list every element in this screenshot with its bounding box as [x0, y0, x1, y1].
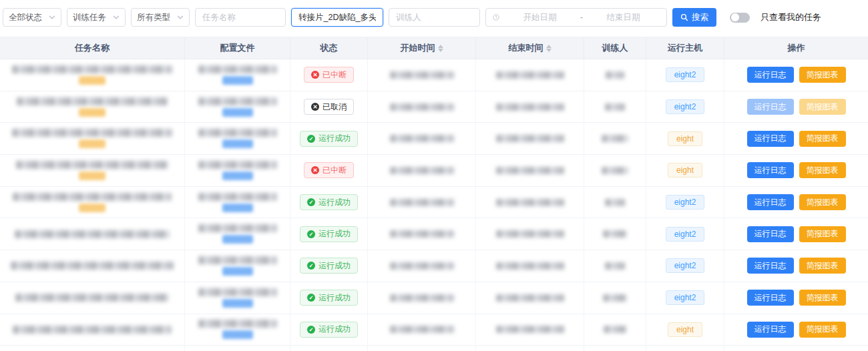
run-log-button[interactable]: 运行日志: [747, 226, 794, 242]
search-button[interactable]: 搜索: [672, 8, 716, 27]
task-type-select[interactable]: 训练任务: [67, 8, 126, 27]
config-tag-redacted: [222, 299, 253, 308]
config-file-cell: [185, 59, 290, 91]
end-date-placeholder: 结束日期: [587, 12, 660, 23]
table-body: ✕已中断eight2运行日志简报图表✕已取消eight2运行日志简报图表✓运行成…: [0, 59, 868, 351]
end-time-cell: [476, 123, 584, 154]
task-name-cell: [0, 218, 185, 250]
status-label: 运行成功: [318, 324, 351, 335]
actions-cell: 运行日志简报图表: [724, 250, 868, 282]
category-value: 所有类型: [137, 12, 170, 23]
config-file-cell: [185, 282, 290, 314]
start-time-redacted: [390, 71, 454, 79]
report-chart-button[interactable]: 简报图表: [799, 226, 846, 242]
config-file-cell: [185, 250, 290, 282]
run-log-button[interactable]: 运行日志: [747, 290, 794, 306]
column-header-8: 操作: [724, 37, 868, 59]
end-time-redacted: [496, 167, 564, 174]
end-time-redacted: [496, 262, 564, 270]
report-chart-button[interactable]: 简报图表: [799, 99, 846, 115]
config-tag-redacted: [222, 267, 253, 276]
status-badge: ✓运行成功: [300, 290, 358, 306]
config-tag-redacted: [222, 171, 253, 180]
table-row: [0, 346, 868, 351]
config-tag-redacted: [222, 76, 253, 85]
host-cell: [646, 346, 724, 351]
run-log-button[interactable]: 运行日志: [747, 258, 794, 274]
report-chart-button[interactable]: 简报图表: [799, 162, 846, 178]
sort-icons[interactable]: [546, 45, 552, 52]
run-log-button[interactable]: 运行日志: [747, 99, 794, 115]
date-range-picker[interactable]: 开始日期 - 结束日期: [485, 8, 667, 27]
status-cell: ✓运行成功: [290, 250, 368, 282]
task-name-input-wrap: [195, 8, 286, 27]
trainer-redacted: [605, 103, 625, 111]
end-time-cell: [476, 250, 584, 282]
my-tasks-toggle[interactable]: [730, 13, 750, 23]
report-chart-button[interactable]: 简报图表: [799, 290, 846, 306]
trainer-cell: [584, 187, 646, 218]
column-header-5[interactable]: 结束时间: [476, 37, 584, 59]
active-search-input[interactable]: [298, 13, 376, 22]
task-name-redacted: [16, 161, 168, 169]
run-log-button[interactable]: 运行日志: [747, 131, 794, 147]
table-row: ✓运行成功eight2运行日志简报图表: [0, 218, 868, 250]
status-icon: ✓: [307, 135, 315, 143]
run-log-button[interactable]: 运行日志: [747, 322, 794, 338]
run-log-button[interactable]: 运行日志: [747, 67, 794, 83]
filter-bar: 全部状态 训练任务 所有类型 开始日期 - 结束日期 搜索: [0, 0, 868, 29]
task-name-input[interactable]: [202, 13, 278, 22]
trainer-redacted: [602, 167, 628, 174]
column-header-label: 训练人: [602, 42, 628, 54]
task-name-redacted: [12, 65, 172, 73]
run-log-button[interactable]: 运行日志: [747, 162, 794, 178]
config-file-cell: [185, 155, 290, 186]
training-task-page: 全部状态 训练任务 所有类型 开始日期 - 结束日期 搜索: [0, 0, 868, 351]
report-chart-button[interactable]: 简报图表: [799, 322, 846, 338]
column-header-3: 状态: [290, 37, 368, 59]
category-select[interactable]: 所有类型: [131, 8, 190, 27]
status-icon: ✕: [311, 166, 319, 174]
host-tag: eight2: [666, 67, 705, 82]
column-header-label: 任务名称: [75, 42, 110, 54]
column-header-label: 结束时间: [509, 42, 544, 54]
start-time-cell: [368, 59, 476, 91]
sort-asc-icon[interactable]: [546, 45, 552, 48]
column-header-label: 运行主机: [668, 42, 702, 54]
task-name-cell: [0, 59, 185, 91]
host-cell: eight: [646, 123, 724, 154]
clock-icon: [493, 14, 499, 21]
task-name-redacted: [13, 193, 172, 201]
trainer-input[interactable]: [396, 13, 473, 22]
run-log-button[interactable]: 运行日志: [747, 194, 794, 210]
sort-icons[interactable]: [438, 45, 443, 52]
task-name-cell: [0, 123, 185, 154]
status-icon: ✓: [307, 230, 315, 238]
report-chart-button[interactable]: 简报图表: [799, 67, 846, 83]
task-tag-redacted: [79, 76, 105, 85]
sort-desc-icon[interactable]: [546, 49, 552, 52]
status-badge: ✓运行成功: [300, 258, 358, 274]
status-badge: ✓运行成功: [300, 226, 358, 242]
task-name-cell: [0, 250, 185, 282]
report-chart-button[interactable]: 简报图表: [799, 194, 846, 210]
my-tasks-toggle-label: 只查看我的任务: [761, 11, 821, 23]
column-header-4[interactable]: 开始时间: [368, 37, 476, 59]
config-file-redacted: [198, 256, 277, 264]
sort-desc-icon[interactable]: [438, 49, 443, 52]
end-time-redacted: [496, 294, 564, 302]
sort-asc-icon[interactable]: [438, 45, 443, 48]
start-time-redacted: [390, 326, 454, 333]
report-chart-button[interactable]: 简报图表: [799, 258, 846, 274]
end-time-redacted: [496, 71, 564, 79]
task-table: 任务名称配置文件状态开始时间结束时间训练人运行主机操作 ✕已中断eight2运行…: [0, 37, 868, 351]
table-header-row: 任务名称配置文件状态开始时间结束时间训练人运行主机操作: [0, 37, 868, 59]
host-cell: eight2: [646, 282, 724, 314]
start-time-cell: [368, 155, 476, 186]
config-file-redacted: [198, 129, 277, 137]
status-label: 运行成功: [318, 133, 351, 144]
config-tag-redacted: [222, 235, 253, 244]
report-chart-button[interactable]: 简报图表: [799, 131, 846, 147]
task-tag-redacted: [79, 108, 105, 117]
status-filter-select[interactable]: 全部状态: [3, 8, 61, 27]
